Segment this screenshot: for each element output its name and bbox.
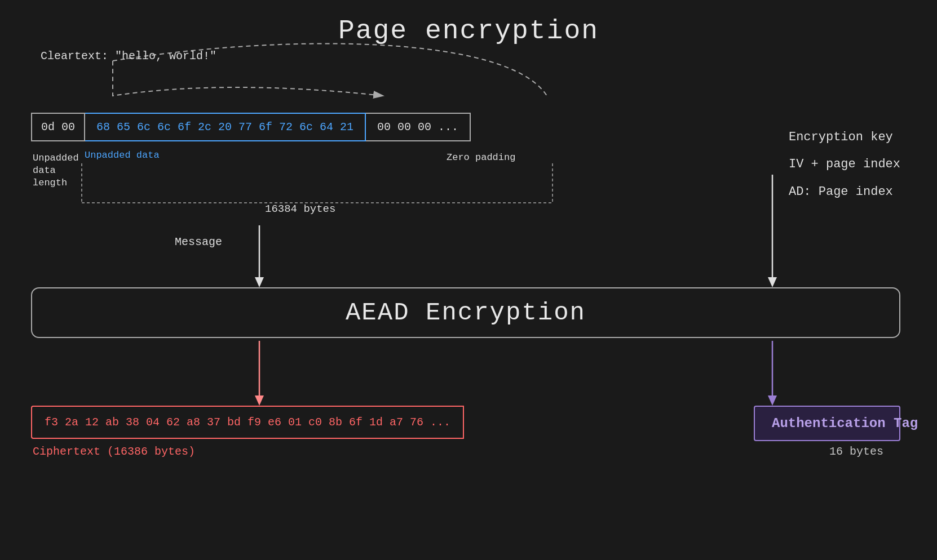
label-unpadded-length: Unpadded data length (33, 152, 78, 189)
right-labels: Encryption key IV + page index AD: Page … (789, 124, 900, 206)
cell-data: 68 65 6c 6c 6f 2c 20 77 6f 72 6c 64 21 (85, 113, 366, 141)
ciphertext-cell: f3 2a 12 ab 38 04 62 a8 37 bd f9 e6 01 c… (31, 406, 464, 439)
svg-marker-6 (768, 277, 777, 287)
label-ciphertext: Ciphertext (16386 bytes) (33, 445, 195, 458)
label-unpadded-data: Unpadded data (85, 150, 160, 161)
svg-marker-10 (768, 395, 777, 406)
svg-marker-8 (255, 395, 264, 406)
label-zero-padding: Zero padding (447, 152, 515, 163)
main-container: Page encryption Cleartext: "hello, world… (0, 0, 937, 560)
message-label: Message (175, 235, 222, 248)
label-16384-bytes: 16384 bytes (265, 203, 335, 215)
label-iv-page-index: IV + page index (789, 151, 900, 178)
cell-padding: 00 00 00 ... (366, 113, 471, 141)
label-encryption-key: Encryption key (789, 124, 900, 151)
svg-marker-4 (255, 277, 264, 287)
auth-tag-box: Authentication Tag (754, 406, 900, 441)
label-ad-page-index: AD: Page index (789, 179, 900, 206)
page-title: Page encryption (0, 16, 937, 46)
output-data-row: f3 2a 12 ab 38 04 62 a8 37 bd f9 e6 01 c… (31, 406, 464, 439)
aead-box: AEAD Encryption (31, 287, 900, 338)
diagram-arrows (0, 0, 937, 560)
aead-title: AEAD Encryption (346, 299, 586, 327)
input-data-row: 0d 00 68 65 6c 6c 6f 2c 20 77 6f 72 6c 6… (31, 113, 471, 141)
cell-length: 0d 00 (31, 113, 85, 141)
label-16bytes: 16 bytes (829, 445, 883, 458)
cleartext-label: Cleartext: "hello, world!" (41, 50, 216, 63)
